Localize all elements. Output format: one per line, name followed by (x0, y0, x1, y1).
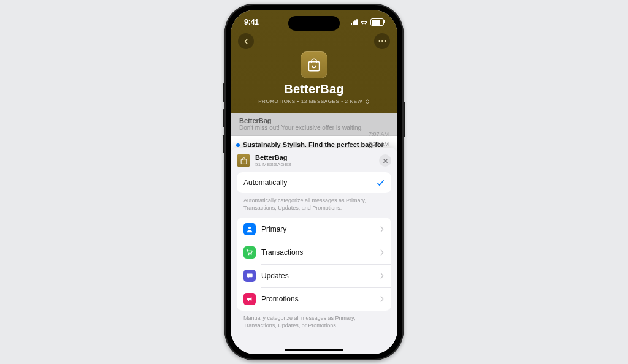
ellipsis-icon (378, 40, 386, 42)
sort-arrows-icon (365, 99, 370, 104)
svg-point-2 (384, 40, 386, 42)
chevron-right-icon (380, 226, 385, 232)
wifi-icon (360, 19, 368, 25)
chevron-right-icon (380, 249, 385, 256)
sender-subtitle[interactable]: PROMOTIONS • 12 MESSAGES • 2 NEW (231, 99, 397, 104)
close-button[interactable] (379, 154, 391, 167)
chevron-right-icon (380, 273, 385, 279)
auto-helper-text: Automatically categorize all messages as… (237, 193, 391, 218)
category-label: Primary (261, 225, 286, 233)
back-button[interactable] (238, 33, 254, 49)
cart-icon (243, 246, 256, 259)
chevron-right-icon (380, 296, 385, 302)
screen: 9:41 (231, 10, 397, 354)
svg-rect-4 (241, 159, 247, 164)
categorize-sheet: BetterBag 51 MESSAGES Automatically Auto… (231, 148, 397, 354)
bg-preview: Don't miss out! Your exclusive offer is … (239, 124, 389, 131)
bg-sender: BetterBag (239, 117, 389, 124)
svg-point-0 (378, 40, 380, 42)
category-label: Promotions (261, 295, 299, 303)
auto-section: Automatically (237, 172, 391, 193)
bag-icon (240, 157, 248, 165)
automatically-row[interactable]: Automatically (237, 172, 391, 193)
svg-point-1 (381, 40, 383, 42)
category-promotions-row[interactable]: Promotions (237, 287, 391, 311)
more-button[interactable] (374, 33, 390, 49)
svg-point-6 (248, 254, 250, 256)
megaphone-icon (243, 293, 256, 305)
bg-message-row: BetterBag Don't miss out! Your exclusive… (231, 113, 397, 136)
status-time: 9:41 (244, 18, 259, 26)
chat-icon (243, 270, 256, 282)
sender-app-icon (301, 51, 327, 78)
unread-dot-icon (236, 143, 240, 147)
category-label: Updates (261, 271, 289, 280)
sheet-subtitle: 51 MESSAGES (255, 162, 291, 167)
bag-icon (306, 57, 322, 73)
dynamic-island (288, 16, 340, 31)
category-label: Transactions (261, 248, 303, 257)
sender-title: BetterBag (231, 82, 397, 96)
status-indicators (351, 18, 384, 26)
chevron-left-icon (243, 38, 250, 45)
svg-point-5 (248, 227, 251, 229)
category-updates-row[interactable]: Updates (237, 264, 391, 287)
phone-frame: 9:41 (224, 4, 404, 360)
close-icon (383, 158, 388, 164)
checkmark-icon (377, 179, 385, 187)
cellular-icon (351, 19, 358, 25)
svg-point-7 (251, 254, 252, 256)
sheet-app-icon (237, 154, 250, 167)
home-indicator[interactable] (285, 349, 343, 351)
category-transactions-row[interactable]: Transactions (237, 241, 391, 264)
stage: 9:41 (0, 0, 628, 364)
manual-helper-text: Manually categorize all messages as Prim… (237, 311, 391, 335)
battery-icon (370, 18, 384, 26)
sheet-title: BetterBag (255, 154, 291, 161)
automatically-label: Automatically (243, 178, 287, 187)
categories-section: Primary Transactions U (237, 218, 391, 311)
sheet-header: BetterBag 51 MESSAGES (237, 154, 391, 167)
svg-rect-3 (308, 62, 319, 71)
category-primary-row[interactable]: Primary (237, 218, 391, 241)
bg-time: 7:23 AM (369, 141, 389, 147)
person-icon (243, 223, 256, 235)
